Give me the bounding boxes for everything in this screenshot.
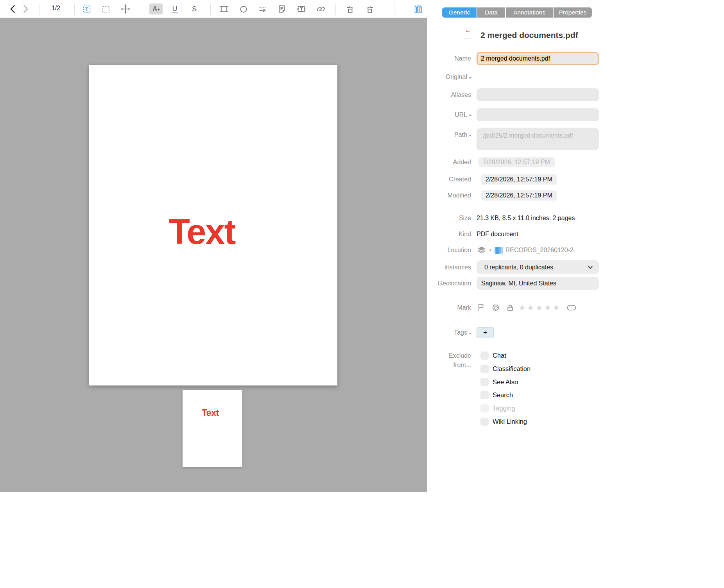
disclosure-triangle-icon[interactable]: ▾ [469, 75, 471, 80]
marquee-selection-icon [101, 4, 111, 14]
added-label: Added [428, 159, 477, 166]
underline-button[interactable]: U [170, 4, 180, 14]
kind-label: Kind [428, 231, 477, 238]
rotate-right-icon [364, 4, 375, 14]
exclude-chat-checkbox[interactable] [480, 351, 489, 360]
created-value[interactable]: 2/28/2026, 12:57:19 PM [481, 174, 557, 185]
page-2-content-text: Text [202, 409, 219, 418]
exclude-from-label: Exclude from... [428, 351, 477, 370]
disclosure-triangle-icon[interactable]: ▾ [469, 331, 471, 335]
rectangle-annotation-button[interactable] [219, 4, 229, 14]
exclude-tagging-row: Tagging [480, 404, 515, 412]
exclude-wiki-linking-checkbox[interactable] [480, 418, 489, 426]
tab-generic[interactable]: Generic [442, 7, 477, 18]
tab-annotations[interactable]: Annotations [506, 7, 553, 18]
original-row: Original ▾ [428, 74, 604, 81]
link-annotation-button[interactable] [316, 4, 326, 14]
kind-row: Kind PDF document [428, 231, 604, 238]
document-thumbnail-icon: Text [464, 28, 472, 39]
path-placeholder: ./pdf/25/2 merged documents.pdf [477, 128, 586, 143]
note-icon [277, 4, 287, 14]
chevron-down-icon [587, 264, 593, 271]
toolbar-divider [335, 3, 336, 15]
strikethrough-button[interactable]: S [189, 4, 199, 14]
move-icon [120, 4, 131, 14]
tab-properties[interactable]: Properties [554, 7, 592, 18]
size-label: Size [428, 215, 477, 222]
instances-value: 0 replicants, 0 duplicates [484, 264, 587, 271]
line-annotation-button[interactable] [258, 4, 268, 14]
note-annotation-button[interactable] [277, 4, 287, 14]
mark-label: Mark [428, 304, 477, 311]
instances-dropdown[interactable]: 0 replicants, 0 duplicates [477, 260, 599, 274]
rotate-right-button[interactable] [364, 4, 375, 14]
exclude-classification-checkbox[interactable] [480, 365, 489, 373]
aliases-input[interactable] [477, 88, 599, 101]
marquee-selection-tool-button[interactable] [101, 4, 111, 14]
rating-stars[interactable]: ★★★★★ [518, 303, 561, 312]
location-breadcrumb[interactable]: › RECORDS_20260120-2 [477, 246, 602, 255]
exclude-chat-row: Chat [480, 351, 506, 360]
url-input[interactable] [477, 108, 599, 121]
text-selection-tool-button[interactable]: T [82, 4, 92, 14]
tags-label: Tags ▾ [428, 329, 477, 336]
oval-annotation-button[interactable] [238, 4, 249, 14]
move-tool-button[interactable] [120, 4, 131, 14]
toolbar-divider [394, 3, 394, 15]
url-label: URL ▾ [428, 111, 477, 118]
disclosure-triangle-icon[interactable]: ▾ [469, 113, 471, 117]
flag-icon[interactable] [477, 303, 487, 313]
toolbar-divider [210, 3, 211, 15]
instances-label: Instances [428, 264, 477, 271]
exclude-see-also-checkbox[interactable] [480, 378, 489, 386]
created-label: Created [428, 176, 477, 183]
oval-mark-icon[interactable] [566, 303, 577, 313]
tab-data[interactable]: Data [477, 7, 505, 18]
geolocation-value: Saginaw, MI, United States [481, 280, 556, 287]
chevron-down-icon: ▾ [158, 7, 160, 11]
instances-row: Instances 0 replicants, 0 duplicates [428, 260, 604, 274]
underline-icon: U [172, 5, 177, 13]
name-input[interactable]: 2 merged documents.pdf [477, 52, 599, 65]
highlight-color-button[interactable]: A▾ [149, 4, 163, 14]
database-icon [494, 246, 503, 255]
pdf-page-2-thumbnail[interactable]: Text [183, 390, 242, 467]
exclude-search-checkbox[interactable] [480, 391, 489, 399]
page-1-content-text: Text [168, 214, 235, 249]
plus-icon: + [483, 329, 487, 337]
annotation-inspector-button[interactable] [413, 4, 423, 14]
font-color-icon: A [152, 5, 158, 13]
oval-shape-icon [238, 4, 249, 14]
exclude-see-also-row: See Also [480, 378, 518, 386]
location-group-name: RECORDS_20260120-2 [505, 247, 573, 254]
geolocation-row: Geolocation Saginaw, MI, United States [428, 277, 604, 290]
pdf-page-1[interactable]: Text [89, 65, 337, 385]
mark-row: Mark ★★★★★ [428, 303, 604, 313]
name-input-value: 2 merged documents.pdf [480, 55, 551, 63]
back-button[interactable] [8, 4, 18, 14]
size-row: Size 21.3 KB, 8.5 x 11.0 inches, 2 pages [428, 215, 604, 222]
forward-button[interactable] [20, 4, 30, 14]
path-input[interactable]: ./pdf/25/2 merged documents.pdf [477, 128, 599, 150]
original-label: Original ▾ [428, 74, 477, 81]
label-circle-icon[interactable] [491, 303, 501, 313]
add-tag-button[interactable]: + [477, 327, 494, 338]
breadcrumb-chevron-icon: › [489, 246, 491, 254]
text-box-annotation-button[interactable]: T [296, 4, 306, 14]
geolocation-field[interactable]: Saginaw, MI, United States [477, 277, 599, 290]
strikethrough-icon: S [192, 5, 197, 13]
aliases-label: Aliases [428, 91, 477, 99]
exclude-search-row: Search [480, 391, 513, 399]
kind-value: PDF document [477, 231, 518, 238]
text-box-icon: T [296, 4, 306, 14]
mark-controls: ★★★★★ [477, 303, 577, 313]
disclosure-triangle-icon[interactable]: ▾ [469, 133, 471, 138]
inspector-panel: Generic Data Annotations Properties Text… [428, 0, 724, 588]
link-icon [316, 4, 326, 14]
lock-icon[interactable] [505, 303, 515, 313]
exclude-wiki-linking-row: Wiki Linking [480, 417, 527, 426]
chevron-right-icon [20, 4, 30, 14]
line-arrow-icon [258, 4, 268, 14]
rotate-left-button[interactable] [346, 4, 356, 14]
modified-value[interactable]: 2/28/2026, 12:57:19 PM [481, 190, 557, 201]
